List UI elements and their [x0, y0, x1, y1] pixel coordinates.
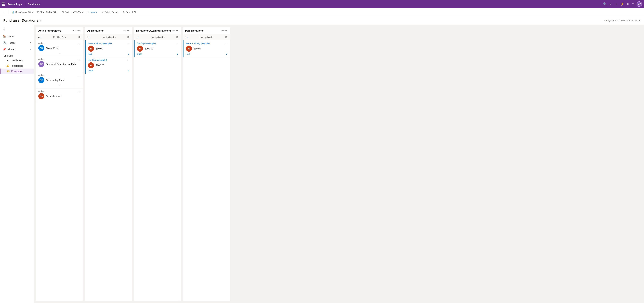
paid-sort-button[interactable]: Last Updated ∨: [200, 36, 214, 38]
all-donations-count: 2 ↓: [87, 36, 90, 38]
card-status-1: Active ⋯: [38, 42, 80, 44]
donation-awaiting-person-1[interactable]: Jim Glynn (sample) ⋯: [137, 42, 178, 44]
column-donations-awaiting: Donations Awaiting Payment Filtered 1 ↓ …: [134, 27, 181, 301]
page-header: Fundraiser Donations ∨ This Quarter 4/1/…: [0, 16, 644, 25]
fundraiser-card-scholarship: Active ⋯ SF Scholarship Fund ∨: [36, 72, 83, 88]
sort-down-icon-2: ↓: [89, 36, 90, 38]
donation-awaiting-body-1: Te $200.00: [137, 46, 178, 52]
new-button[interactable]: ＋ New ∨: [86, 10, 99, 15]
fundraiser-card-storm-relief: Active ⋯ SR Storm Relief ∨: [36, 40, 83, 56]
app-grid-icon[interactable]: [2, 2, 5, 6]
top-navigation: Power Apps Fundraiser 🔍 ✓ ＋ ⚡ ⚙ ? MP: [0, 0, 644, 8]
sort-chevron-icon-4: ∨: [212, 36, 214, 38]
donations-icon: 💳: [6, 70, 10, 72]
donation-card-yvonne: Yvonne McKay (sample) ⋯ Te $50.00 Paid ∨: [85, 40, 132, 57]
show-visual-filter-button[interactable]: 📊 Show Visual Filter: [10, 10, 34, 14]
card-status-2: Active ⋯: [38, 58, 80, 60]
sidebar-section-label: Fundraiser: [0, 53, 34, 58]
col-subheader-paid: 1 ↓ Last Updated ∨ ⊞: [183, 34, 230, 40]
new-chevron-icon: ∨: [96, 11, 98, 13]
plus-icon[interactable]: ＋: [615, 2, 618, 6]
checkmark-icon[interactable]: ✓: [610, 2, 612, 6]
donation-status-1[interactable]: Paid ∨: [88, 53, 130, 55]
fundraiser-card-special-events: Active ⋯ Se Special events: [36, 88, 83, 102]
card-status-4: Active ⋯: [38, 90, 80, 92]
avatar-special-events: Se: [38, 93, 44, 99]
view-toggle-icon-awaiting[interactable]: ⊞: [176, 36, 178, 39]
card-more-menu-4[interactable]: ⋯: [78, 90, 80, 93]
date-range[interactable]: This Quarter 4/1/2021 To 6/30/2021 ∨: [604, 19, 640, 22]
donation-person-1[interactable]: Yvonne McKay (sample) ⋯: [88, 42, 130, 44]
col-subheader-fundraisers: 4 ↓ Modified On ∨ ⊞: [36, 34, 83, 40]
donation-awaiting-status-1[interactable]: Open ∨: [137, 53, 178, 55]
sidebar-item-home[interactable]: 🏠 Home: [0, 33, 34, 40]
user-avatar[interactable]: MP: [636, 1, 642, 7]
awaiting-sort-button[interactable]: Last Updated ∨: [150, 36, 165, 38]
card-more-menu-3[interactable]: ⋯: [78, 74, 80, 77]
sidebar-item-fundraisers[interactable]: 💰 Fundraisers: [0, 63, 34, 68]
col-header-all-donations: All Donations Filtered: [85, 27, 132, 34]
home-icon: 🏠: [3, 34, 6, 38]
donation-paid-status-1[interactable]: Paid ∨: [186, 53, 228, 55]
all-donations-sort-button[interactable]: Last Updated ∨: [102, 36, 116, 38]
view-toggle-icon-fundraisers[interactable]: ⊞: [78, 36, 80, 39]
top-right-icons: 🔍 ✓ ＋ ⚡ ⚙ ? MP: [603, 1, 642, 7]
filter-icon[interactable]: ⚡: [620, 2, 624, 6]
column-all-donations: All Donations Filtered 2 ↓ Last Updated …: [85, 27, 132, 301]
avatar-storm-relief: SR: [38, 45, 44, 51]
set-as-default-button[interactable]: ✓ Set As Default: [100, 10, 120, 14]
help-icon[interactable]: ?: [632, 2, 634, 6]
sidebar-item-pinned[interactable]: 📌 Pinned ∨: [0, 46, 34, 53]
card-status-3: Active ⋯: [38, 74, 80, 76]
donation-paid-body-1: Te $50.00: [186, 46, 228, 52]
columns-wrapper: Active Fundraisers Unfiltered 4 ↓ Modifi…: [34, 25, 644, 303]
card-expand-3[interactable]: ∨: [38, 84, 80, 86]
column-paid-donations: Paid Donations Filtered 1 ↓ Last Updated…: [183, 27, 230, 301]
view-toggle-icon-paid[interactable]: ⊞: [225, 36, 228, 39]
col-header-paid: Paid Donations Filtered: [183, 27, 230, 34]
page-title[interactable]: Fundraiser Donations ∨: [4, 18, 41, 22]
column-active-fundraisers: Active Fundraisers Unfiltered 4 ↓ Modifi…: [36, 27, 83, 301]
card-expand-2[interactable]: ∨: [38, 68, 80, 70]
donation-body-2: Te $200.00: [88, 62, 130, 68]
donation-avatar-1: Te: [88, 46, 94, 52]
donation-person-2[interactable]: Jim Glynn (sample) ⋯: [88, 59, 130, 61]
donation-awaiting-more-1[interactable]: ⋯: [176, 42, 178, 45]
show-global-filter-button[interactable]: ▽ Show Global Filter: [35, 10, 60, 14]
donation-status-2[interactable]: Open ∨: [88, 70, 130, 72]
donation-more-1[interactable]: ⋯: [127, 42, 130, 45]
refresh-all-button[interactable]: ↻ Refresh All: [121, 10, 138, 14]
sort-down-icon-3: ↓: [138, 36, 139, 38]
card-more-menu-1[interactable]: ⋯: [78, 42, 80, 45]
fundraiser-count: 4 ↓: [38, 36, 41, 38]
card-content-4: Se Special events: [38, 93, 80, 99]
fundraiser-sort-button[interactable]: Modified On ∨: [53, 36, 66, 38]
main-layout: ☰ 🏠 Home 🕐 Recent ∨ 📌 Pinned ∨ Fundraise…: [0, 25, 644, 303]
sidebar-item-dashboards[interactable]: ⊞ Dashboards: [0, 58, 34, 63]
bar-chart-icon: 📊: [12, 11, 14, 14]
pinned-expand-icon: ∨: [30, 48, 31, 50]
donation-more-2[interactable]: ⋯: [127, 59, 130, 62]
separator-1: [8, 10, 8, 14]
paid-count: 1 ↓: [185, 36, 188, 38]
card-more-menu-2[interactable]: ⋯: [78, 58, 80, 61]
back-button[interactable]: ←: [2, 10, 7, 14]
card-expand-1[interactable]: ∨: [38, 52, 80, 54]
sort-down-icon-4: ↓: [187, 36, 188, 38]
col-subheader-all-donations: 2 ↓ Last Updated ∨ ⊞: [85, 34, 132, 40]
donation-paid-person-1[interactable]: Yvonne McKay (sample) ⋯: [186, 42, 228, 44]
all-donations-list: Yvonne McKay (sample) ⋯ Te $50.00 Paid ∨: [85, 40, 132, 301]
fundraiser-card-tech-ed: Active ⋯ TE Technical Education for Kids…: [36, 56, 83, 72]
settings-icon[interactable]: ⚙: [627, 2, 630, 6]
paid-list: Yvonne McKay (sample) ⋯ Te $50.00 Paid ∨: [183, 40, 230, 301]
search-icon[interactable]: 🔍: [603, 2, 607, 6]
sidebar-hamburger[interactable]: ☰: [0, 25, 34, 33]
donation-paid-more-1[interactable]: ⋯: [225, 42, 228, 45]
card-content-2: TE Technical Education for Kids: [38, 61, 80, 67]
sidebar: ☰ 🏠 Home 🕐 Recent ∨ 📌 Pinned ∨ Fundraise…: [0, 25, 34, 303]
switch-to-tile-view-button[interactable]: ⊞ Switch to Tile View: [60, 10, 85, 14]
brand-name: Power Apps: [8, 3, 22, 6]
view-toggle-icon-all-donations[interactable]: ⊞: [127, 36, 130, 39]
sidebar-item-recent[interactable]: 🕐 Recent ∨: [0, 40, 34, 46]
sidebar-item-donations[interactable]: 💳 Donations: [0, 68, 34, 74]
